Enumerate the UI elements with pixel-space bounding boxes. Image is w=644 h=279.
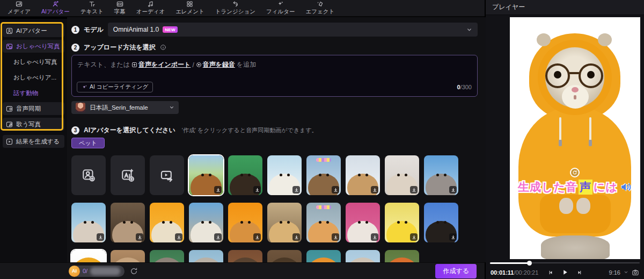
photo-sound-icon	[6, 105, 13, 112]
sidebar-item-talking-photo-group[interactable]: おしゃべり写真	[3, 40, 64, 53]
record-audio-link[interactable]: 音声を録音	[196, 60, 235, 69]
download-icon[interactable]	[292, 233, 300, 241]
download-icon[interactable]	[175, 233, 182, 241]
snapshot-camera-icon[interactable]	[632, 269, 639, 276]
player-header: プレイヤー	[486, 0, 644, 15]
avatar-tile-squirrel-palms[interactable]	[150, 250, 184, 262]
avatar-tile-beach-rabbit[interactable]	[71, 203, 106, 242]
action-card-upload-photo[interactable]	[71, 155, 106, 195]
hamster-h-string-l	[559, 117, 561, 141]
main-panel: 1 モデル OmniAnimal 1.0 NEW 2 アップロード方法を選択 テ…	[67, 17, 486, 262]
download-icon[interactable]	[214, 233, 222, 241]
avatar-tile-hamster-hoodie[interactable]	[71, 250, 106, 262]
avatar-tile-donkey[interactable]	[424, 155, 458, 195]
step-number-2: 2	[71, 44, 79, 52]
toolbar-tab-filter[interactable]: フィルター	[261, 0, 300, 16]
download-icon[interactable]	[292, 186, 300, 194]
avatar-tile-gray-cat[interactable]	[346, 250, 380, 262]
avatar-tile-giraffe[interactable]	[346, 155, 380, 195]
create-button[interactable]: 作成する	[435, 264, 477, 278]
text-input-area[interactable]: テキスト、または 音声をインポート / 音声を録音 を追加 AI コピーライティ…	[71, 55, 478, 97]
sidebar-item-talking-avatar[interactable]: おしゃべりア...	[3, 71, 64, 84]
avatar-tile-seal[interactable]	[267, 155, 302, 195]
music-note-icon	[147, 1, 154, 8]
download-icon[interactable]	[253, 233, 261, 241]
avatar-tile-cheetah[interactable]	[267, 203, 302, 242]
toolbar-tab-text[interactable]: テキスト	[75, 0, 109, 16]
download-icon[interactable]	[449, 186, 457, 194]
avatar-tile-monkey-palms[interactable]	[111, 250, 145, 262]
person-add-icon	[82, 168, 96, 182]
model-dropdown[interactable]: OmniAnimal 1.0 NEW	[108, 23, 478, 37]
category-tag-pet[interactable]: ペット	[71, 138, 105, 148]
avatar-tile-cool-cat[interactable]	[228, 203, 262, 242]
avatar-tile-bee-cat[interactable]	[306, 203, 341, 242]
avatar-tile-seal-beach[interactable]	[189, 250, 223, 262]
photo-chat-icon	[6, 43, 13, 50]
sidebar-item-talking-photo[interactable]: おしゃべり写真	[3, 55, 64, 68]
sidebar-item-generate-results[interactable]: 結果を生成する	[3, 135, 64, 148]
aspect-ratio-selector[interactable]: 9:16	[609, 269, 620, 276]
toolbar-tab-effect[interactable]: エフェクト	[301, 0, 340, 16]
download-icon[interactable]	[97, 233, 104, 241]
avatar-tile-llama-glasses[interactable]	[346, 203, 380, 242]
time-total: 00:20:21	[516, 269, 539, 276]
sidebar-item-voice-sync[interactable]: 音声同期	[3, 102, 64, 115]
info-icon[interactable]	[160, 44, 166, 51]
sparkle-icon	[277, 1, 284, 8]
playback-slider[interactable]	[490, 260, 640, 266]
download-icon[interactable]	[332, 186, 339, 194]
avatar-tile-highland-cow[interactable]	[189, 155, 223, 195]
toolbar-tab-ai-avatar[interactable]: AIアバター	[36, 0, 75, 16]
avatar-tile-beanie-pet[interactable]	[306, 250, 341, 262]
thumb-eye	[397, 221, 400, 224]
download-icon[interactable]	[371, 186, 378, 194]
toolbar-tab-audio[interactable]: オーディオ	[131, 0, 170, 16]
play-button[interactable]	[561, 269, 568, 276]
avatar-tile-lemur[interactable]	[228, 250, 262, 262]
hamster-h-eye-l	[554, 71, 561, 78]
avatar-tile-mountain-dog[interactable]	[424, 203, 458, 242]
download-icon[interactable]	[410, 186, 418, 194]
refresh-icon[interactable]	[130, 267, 138, 275]
toolbar-tab-subtitle[interactable]: 字幕	[109, 0, 131, 16]
ai-copywriting-button[interactable]: AI コピーライティング	[77, 82, 153, 92]
hamster-h-ear-r	[598, 33, 612, 46]
thumb-eye	[248, 221, 251, 224]
speaker-icon	[620, 181, 632, 193]
action-card-ai-generate[interactable]	[111, 155, 145, 195]
avatar-tile-hedgehog[interactable]	[267, 250, 302, 262]
thumb-eye	[162, 221, 165, 224]
slider-handle[interactable]	[527, 261, 532, 266]
previous-frame-button[interactable]	[548, 270, 553, 275]
avatar-tile-fox[interactable]	[385, 250, 419, 262]
sidebar-item-talking-animals[interactable]: 話す動物	[3, 87, 64, 99]
slider-fill	[490, 262, 529, 264]
download-icon[interactable]	[253, 186, 261, 194]
toolbar-tab-media[interactable]: メディア	[2, 0, 36, 16]
avatar-tile-duckling[interactable]	[385, 203, 419, 242]
action-card-import-video[interactable]	[150, 155, 184, 195]
download-icon[interactable]	[371, 233, 378, 241]
avatar-tile-bush-baby[interactable]	[111, 203, 145, 242]
import-audio-link[interactable]: 音声をインポート	[131, 60, 191, 69]
avatar-tile-sheep-glasses[interactable]	[150, 203, 184, 242]
avatar-tile-gecko[interactable]	[385, 155, 419, 195]
download-icon[interactable]	[410, 233, 418, 241]
next-frame-button[interactable]	[576, 270, 582, 275]
toolbar-tab-transition[interactable]: トランジション	[210, 0, 261, 16]
voice-selector[interactable]: 日本語_Serin_female	[71, 101, 179, 114]
toolbar-tab-element[interactable]: エレメント	[170, 0, 210, 16]
avatar-tile-goat-sunglasses[interactable]	[189, 203, 223, 242]
sidebar-item-singing-photo[interactable]: 歌う写真	[3, 118, 64, 131]
avatar-tile-capybara[interactable]	[306, 155, 341, 195]
download-icon[interactable]	[214, 186, 222, 194]
download-icon[interactable]	[136, 233, 143, 241]
avatar-grid	[71, 155, 478, 262]
download-icon[interactable]	[449, 233, 457, 241]
sidebar-item-ai-avatar[interactable]: AIアバター	[3, 24, 64, 37]
video-preview[interactable]: 生成した音声には	[510, 17, 640, 259]
download-icon[interactable]	[332, 233, 339, 241]
avatar-tile-chimpanzee[interactable]	[228, 155, 262, 195]
thumb-eye	[405, 174, 407, 176]
